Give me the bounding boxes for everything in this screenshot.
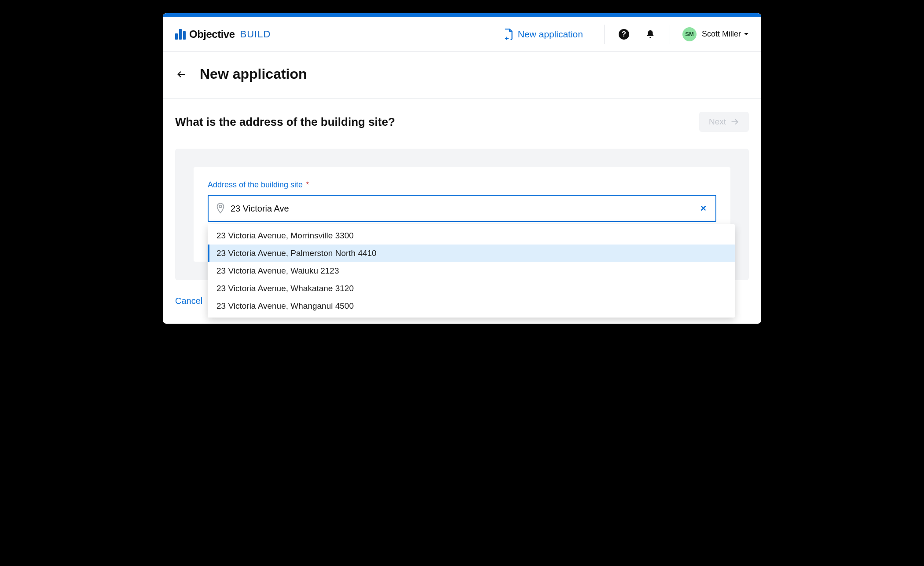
user-name: Scott Miller: [702, 29, 741, 39]
location-pin-icon: [216, 202, 225, 215]
arrow-left-icon: [176, 69, 186, 79]
suggestion-item[interactable]: 23 Victoria Avenue, Palmerston North 441…: [208, 245, 735, 262]
form-card: Address of the building site * ✕ 23 Vict…: [194, 167, 730, 262]
address-label: Address of the building site *: [208, 180, 716, 190]
cancel-link[interactable]: Cancel: [175, 296, 202, 306]
brand-word-2: BUILD: [240, 29, 271, 40]
bell-icon: [645, 29, 655, 40]
logo-bars-icon: [175, 29, 186, 40]
brand-logo[interactable]: Objective BUILD: [175, 28, 271, 40]
svg-text:?: ?: [622, 30, 626, 38]
next-button[interactable]: Next: [699, 112, 749, 132]
arrow-right-icon: [730, 117, 739, 126]
back-button[interactable]: [175, 68, 187, 80]
user-menu[interactable]: SM Scott Miller: [678, 27, 749, 41]
brand-word-1: Objective: [189, 28, 235, 40]
accent-bar: [163, 13, 761, 17]
chevron-down-icon: [744, 33, 749, 36]
help-button[interactable]: ?: [615, 26, 633, 43]
address-suggestions: 23 Victoria Avenue, Morrinsville 3300 23…: [208, 224, 735, 318]
address-input[interactable]: [231, 196, 693, 221]
required-mark: *: [306, 180, 309, 189]
header-divider: [604, 25, 605, 44]
document-plus-icon: [504, 29, 513, 40]
notifications-button[interactable]: [642, 26, 659, 43]
avatar: SM: [682, 27, 697, 41]
new-application-link[interactable]: New application: [504, 29, 583, 40]
address-label-text: Address of the building site: [208, 180, 303, 189]
suggestion-item[interactable]: 23 Victoria Avenue, Morrinsville 3300: [208, 227, 735, 245]
svg-point-2: [219, 205, 222, 208]
clear-input-button[interactable]: ✕: [698, 202, 708, 215]
page-title: New application: [200, 66, 307, 82]
help-icon: ?: [618, 29, 630, 40]
app-window: Objective BUILD New application ?: [163, 13, 761, 324]
header-divider-2: [670, 25, 670, 44]
suggestion-item[interactable]: 23 Victoria Avenue, Waiuku 2123: [208, 262, 735, 280]
header: Objective BUILD New application ?: [163, 17, 761, 52]
suggestion-item[interactable]: 23 Victoria Avenue, Whakatane 3120: [208, 280, 735, 297]
question-text: What is the address of the building site…: [175, 115, 395, 129]
new-application-label: New application: [518, 29, 583, 40]
page-heading: New application: [163, 52, 761, 99]
form-section: Address of the building site * ✕ 23 Vict…: [175, 149, 749, 280]
suggestion-item[interactable]: 23 Victoria Avenue, Whanganui 4500: [208, 297, 735, 315]
next-label: Next: [709, 117, 726, 127]
address-input-wrapper[interactable]: ✕: [208, 195, 716, 222]
question-row: What is the address of the building site…: [175, 112, 749, 132]
main-content: What is the address of the building site…: [163, 99, 761, 324]
